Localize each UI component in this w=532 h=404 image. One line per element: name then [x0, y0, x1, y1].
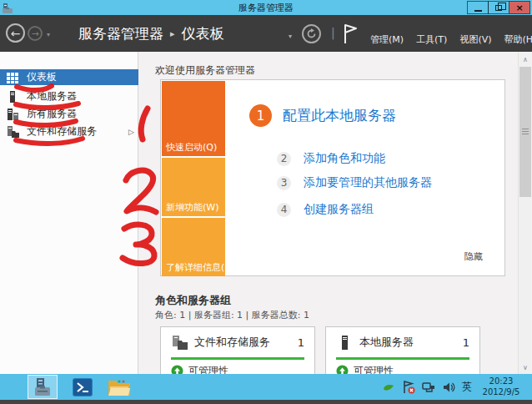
server-manager-icon: [33, 377, 53, 397]
learn-more-label: 了解详细信息(L): [166, 261, 233, 274]
roles-section-title: 角色和服务器组: [155, 293, 231, 308]
close-button[interactable]: ×: [509, 1, 530, 14]
flag-icon: [342, 23, 359, 44]
folder-icon: [108, 377, 131, 397]
card-header: 本地服务器 1: [336, 334, 469, 351]
graphics-tray-icon[interactable]: [382, 381, 395, 394]
nav-separator: |: [331, 26, 335, 39]
taskbar: 英 20:23 2012/9/5: [0, 374, 532, 400]
window-controls: ×: [468, 1, 530, 14]
taskbar-server-manager-button[interactable]: [28, 375, 58, 399]
menu-view[interactable]: 视图(V): [459, 33, 491, 46]
network-tray-icon[interactable]: [422, 381, 435, 394]
status-divider: [171, 357, 304, 360]
action-center-flag-icon[interactable]: [402, 381, 415, 394]
scope-dropdown[interactable]: ▾: [289, 33, 292, 40]
chevron-up-icon: ∧: [523, 56, 528, 63]
welcome-panel: 快速启动(Q) 新增功能(W) 了解详细信息(L) 1 配置此本地服务器 2 添…: [160, 79, 505, 276]
menu-tools[interactable]: 工具(T): [416, 33, 447, 46]
dashboard-grid-icon: [7, 72, 19, 83]
learn-more-tile[interactable]: 了解详细信息(L): [162, 218, 225, 276]
server-icon: [336, 336, 354, 350]
step-4-label: 创建服务器组: [304, 202, 374, 217]
step-2-label: 添加角色和功能: [304, 151, 385, 166]
forward-button[interactable]: →: [28, 26, 43, 41]
menu-manage[interactable]: 管理(M): [370, 33, 404, 46]
sidebar-item-dashboard[interactable]: 仪表板: [0, 69, 138, 85]
minimize-button[interactable]: [467, 1, 489, 14]
minimize-icon: [474, 10, 482, 12]
restore-button[interactable]: [488, 1, 509, 14]
sidebar-item-label: 所有服务器: [27, 107, 77, 121]
breadcrumb-root[interactable]: 服务器管理器: [78, 24, 163, 43]
file-storage-icon: [171, 336, 188, 350]
navbar: ← → ▾ 服务器管理器 ▸ 仪表板 ▾ | 管理(M) 工具(T) 视图(V)…: [0, 15, 532, 52]
refresh-button[interactable]: [302, 24, 321, 43]
back-icon: ←: [11, 27, 21, 40]
step-1-badge: 1: [249, 104, 272, 127]
titlebar: 服务器管理器 ×: [0, 0, 532, 15]
sidebar-item-label: 仪表板: [27, 70, 57, 84]
sidebar: 仪表板 本地服务器 所有服务器 文件和存储服务 ▷: [0, 52, 138, 374]
ime-language-indicator[interactable]: 英: [462, 380, 472, 394]
notifications-flag-button[interactable]: [342, 23, 359, 44]
file-storage-icon: [7, 126, 19, 138]
breadcrumb: 服务器管理器 ▸ 仪表板: [78, 24, 224, 43]
volume-tray-icon[interactable]: [442, 381, 455, 394]
breadcrumb-separator-icon: ▸: [170, 28, 175, 39]
history-dropdown[interactable]: ▾: [47, 31, 50, 38]
step-add-servers[interactable]: 3 添加要管理的其他服务器: [277, 175, 432, 190]
card-header: 文件和存储服务 1: [171, 334, 304, 351]
screen-bottom-strip: [0, 400, 532, 404]
screen: 服务器管理器 × ← → ▾ 服务器管理器 ▸ 仪表板 ▾ | 管理(M) 工具…: [0, 0, 532, 404]
taskbar-clock[interactable]: 20:23 2012/9/5: [474, 376, 528, 397]
whats-new-label: 新增功能(W): [166, 201, 218, 214]
taskbar-powershell-button[interactable]: [70, 375, 95, 399]
forward-icon: →: [31, 28, 38, 39]
servers-icon: [7, 109, 19, 120]
card-count: 1: [298, 336, 304, 349]
card-title: 本地服务器: [359, 335, 463, 350]
sidebar-item-all-servers[interactable]: 所有服务器: [0, 106, 138, 122]
step-create-server-group[interactable]: 4 创建服务器组: [277, 202, 374, 217]
sidebar-item-local-server[interactable]: 本地服务器: [0, 88, 138, 104]
submenu-arrow-icon: ▷: [128, 128, 134, 136]
window-title: 服务器管理器: [0, 2, 532, 14]
main-content: 欢迎使用服务器管理器 快速启动(Q) 新增功能(W) 了解详细信息(L) 1 配…: [139, 52, 518, 374]
system-tray: 英: [382, 374, 472, 400]
hide-link[interactable]: 隐藏: [464, 250, 483, 263]
card-count: 1: [463, 336, 469, 349]
step-add-roles-features[interactable]: 2 添加角色和功能: [277, 151, 385, 166]
card-title: 文件和存储服务: [194, 335, 298, 350]
menu-help[interactable]: 帮助(H): [504, 33, 532, 46]
breadcrumb-current[interactable]: 仪表板: [182, 24, 224, 43]
welcome-title: 欢迎使用服务器管理器: [155, 63, 255, 78]
step-2-badge: 2: [277, 152, 291, 166]
quick-start-label: 快速启动(Q): [166, 141, 217, 154]
whats-new-tile[interactable]: 新增功能(W): [162, 158, 225, 216]
sidebar-item-file-storage[interactable]: 文件和存储服务 ▷: [0, 124, 138, 139]
clock-date: 2012/9/5: [474, 386, 528, 397]
close-icon: ×: [515, 3, 523, 13]
taskbar-file-explorer-button[interactable]: [105, 375, 133, 399]
scroll-up-button[interactable]: ∧: [519, 53, 532, 66]
refresh-icon: [306, 28, 317, 39]
step-configure-local-server[interactable]: 1 配置此本地服务器: [249, 104, 396, 127]
sidebar-item-label: 文件和存储服务: [27, 124, 97, 139]
back-button[interactable]: ←: [6, 23, 25, 43]
step-4-badge: 4: [277, 203, 291, 217]
roles-summary: 角色: 1 | 服务器组: 1 | 服务器总数: 1: [155, 309, 309, 321]
thumb-grip-icon: [522, 129, 529, 134]
status-divider: [336, 357, 469, 360]
chevron-down-icon: ∨: [523, 364, 528, 371]
scroll-down-button[interactable]: ∨: [519, 361, 532, 374]
powershell-icon: [73, 378, 93, 396]
scrollbar-thumb[interactable]: [519, 67, 531, 197]
vertical-scrollbar[interactable]: ∧ ∨: [518, 53, 531, 374]
restore-icon: [495, 5, 502, 11]
sidebar-item-label: 本地服务器: [27, 89, 77, 104]
menubar: 管理(M) 工具(T) 视图(V) 帮助(H): [370, 33, 532, 46]
quick-start-tile[interactable]: 快速启动(Q): [162, 81, 225, 156]
clock-time: 20:23: [474, 376, 528, 386]
step-1-label: 配置此本地服务器: [283, 106, 396, 125]
